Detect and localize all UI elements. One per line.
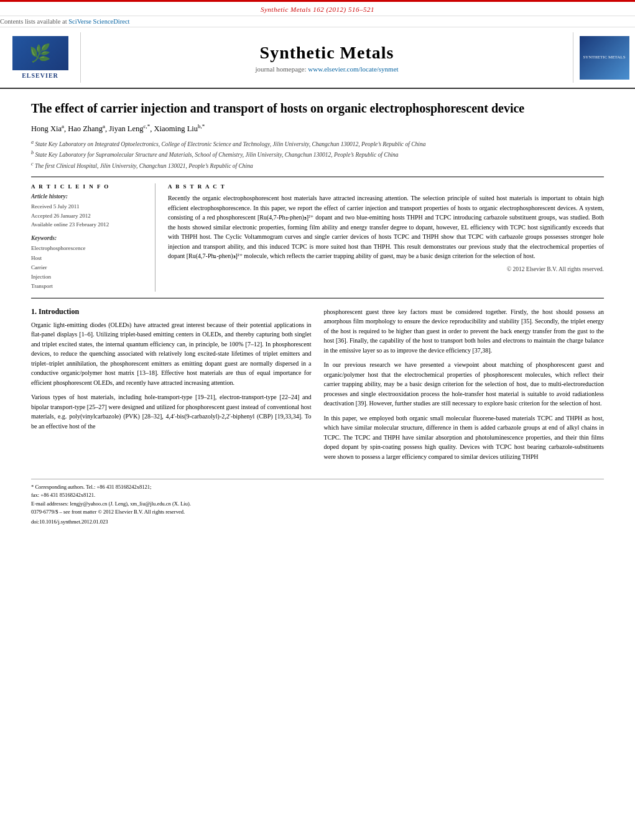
- author-xiaoming-liu: Xiaoming Liub,*: [154, 124, 205, 133]
- section1-right-para2: In our previous research we have present…: [324, 360, 605, 408]
- keywords-section: Keywords: Electrophosphorescence Host Ca…: [31, 235, 146, 291]
- keyword-injection: Injection: [31, 272, 146, 282]
- sciverse-link[interactable]: SciVerse ScienceDirect: [68, 18, 129, 25]
- journal-title: Synthetic Metals: [260, 43, 394, 63]
- journal-cover-image: SYNTHETIC METALS: [580, 36, 629, 80]
- article-body: The effect of carrier injection and tran…: [0, 89, 635, 536]
- journal-cover-area: SYNTHETIC METALS: [573, 32, 635, 83]
- received-date: Received 5 July 2011: [31, 202, 146, 211]
- accepted-date: Accepted 26 January 2012: [31, 211, 146, 220]
- cover-text: SYNTHETIC METALS: [583, 55, 625, 60]
- elsevier-logo-area: ELSEVIER: [0, 32, 81, 83]
- abstract-heading: A B S T R A C T: [168, 183, 604, 190]
- header-main: ELSEVIER Synthetic Metals journal homepa…: [0, 27, 635, 89]
- authors-line: Hong Xiaa, Hao Zhanga, Jiyan Lengc,*, Xi…: [31, 122, 604, 135]
- author-hong-xia: Hong Xiaa: [31, 124, 64, 133]
- article-title: The effect of carrier injection and tran…: [31, 100, 604, 116]
- page-wrapper: Synthetic Metals 162 (2012) 516–521 Cont…: [0, 0, 635, 536]
- footnote-corresponding: * Corresponding authors. Tel.: +86 431 8…: [31, 483, 604, 491]
- article-info-heading: A R T I C L E I N F O: [31, 183, 146, 190]
- keywords-label: Keywords:: [31, 235, 146, 241]
- body-left-column: 1. Introduction Organic light-emitting d…: [31, 307, 312, 467]
- article-history-label: Article history:: [31, 193, 146, 200]
- top-band: Synthetic Metals 162 (2012) 516–521: [0, 0, 635, 16]
- keyword-carrier: Carrier: [31, 263, 146, 272]
- elsevier-logo: [12, 36, 68, 70]
- footnote-fax: fax: +86 431 85168242x8121.: [31, 491, 604, 499]
- article-info-column: A R T I C L E I N F O Article history: R…: [31, 183, 155, 292]
- contents-line: Contents lists available at SciVerse Sci…: [0, 16, 635, 27]
- abstract-text: Recently the organic electrophosphoresce…: [168, 193, 604, 261]
- elsevier-label: ELSEVIER: [22, 72, 58, 79]
- affiliation-b: b State Key Laboratory for Supramolecula…: [31, 149, 604, 159]
- affiliation-c: c The first Clinical Hospital, Jilin Uni…: [31, 160, 604, 170]
- section1-title: 1. Introduction: [31, 307, 312, 316]
- homepage-label: journal homepage:: [255, 65, 306, 73]
- section1-right-para1: phosphorescent guest three key factors m…: [324, 307, 605, 356]
- footnotes-area: * Corresponding authors. Tel.: +86 431 8…: [31, 479, 604, 525]
- journal-name-top: Synthetic Metals 162 (2012) 516–521: [0, 4, 635, 16]
- footnote-issn: 0379-6779/$ – see front matter © 2012 El…: [31, 508, 604, 516]
- affiliation-a: a State Key Laboratory on Integrated Opt…: [31, 139, 604, 149]
- journal-homepage: journal homepage: www.elsevier.com/locat…: [255, 65, 398, 73]
- contents-text: Contents lists available at: [0, 18, 67, 25]
- available-date: Available online 23 February 2012: [31, 220, 146, 229]
- journal-center: Synthetic Metals journal homepage: www.e…: [81, 32, 573, 83]
- homepage-url[interactable]: www.elsevier.com/locate/synmet: [308, 65, 398, 73]
- section1-para1: Organic light-emitting diodes (OLEDs) ha…: [31, 320, 312, 388]
- section1-para2: Various types of host materials, includi…: [31, 392, 312, 431]
- body-two-columns: 1. Introduction Organic light-emitting d…: [31, 307, 604, 467]
- footnote-email: E-mail addresses: lengjy@yahoo.cn (J. Le…: [31, 500, 604, 508]
- abstract-column: A B S T R A C T Recently the organic ele…: [168, 183, 604, 292]
- copyright-line: © 2012 Elsevier B.V. All rights reserved…: [168, 266, 604, 272]
- keyword-electrophosphorescence: Electrophosphorescence: [31, 244, 146, 253]
- body-right-column: phosphorescent guest three key factors m…: [324, 307, 605, 467]
- keyword-host: Host: [31, 254, 146, 263]
- author-hao-zhang: Hao Zhanga: [68, 124, 105, 133]
- author-jiyan-leng: Jiyan Lengc,*: [109, 124, 150, 133]
- footnote-doi: doi:10.1016/j.synthmet.2012.01.023: [31, 519, 604, 525]
- keyword-transport: Transport: [31, 282, 146, 291]
- section1-right-para3: In this paper, we employed both organic …: [324, 413, 605, 462]
- info-abstract-section: A R T I C L E I N F O Article history: R…: [31, 177, 604, 298]
- affiliations: a State Key Laboratory on Integrated Opt…: [31, 139, 604, 170]
